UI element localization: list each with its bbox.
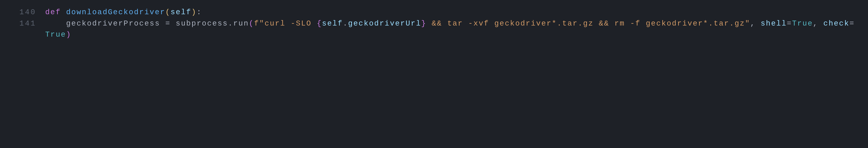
code-line: 141 geckodriverProcess = subprocess.run(… [0, 18, 868, 40]
fstring-brace-open: { [317, 20, 322, 28]
comma: , [750, 20, 761, 28]
colon: : [197, 8, 202, 17]
paren-open: ( [249, 20, 254, 28]
operator-equals: = [787, 20, 792, 28]
dot: . [228, 20, 233, 28]
function-name: downloadGeckodriver [66, 8, 165, 17]
fstring-attr: geckodriverUrl [348, 20, 421, 28]
string-segment: && tar -xvf geckodriver*.tar.gz && rm -f… [427, 20, 745, 28]
method-run: run [233, 20, 249, 28]
variable: geckodriverProcess [66, 20, 160, 28]
code-content[interactable]: geckodriverProcess = subprocess.run(f"cu… [45, 18, 868, 40]
kwarg-check: check [824, 20, 850, 28]
code-content[interactable]: def downloadGeckodriver(self): [45, 7, 868, 18]
const-true: True [792, 20, 813, 28]
fstring-self: self [322, 20, 343, 28]
kwarg-shell: shell [761, 20, 787, 28]
code-editor: 140 def downloadGeckodriver(self): 141 g… [0, 7, 868, 40]
dot: . [343, 20, 348, 28]
operator-equals: = [849, 20, 855, 28]
code-line: 140 def downloadGeckodriver(self): [0, 7, 868, 18]
string-close: " [745, 20, 750, 28]
module-subprocess: subprocess [176, 20, 228, 28]
paren-close: ) [191, 8, 197, 17]
fstring-prefix: f [254, 20, 259, 28]
string-segment: curl -SLO [265, 20, 317, 28]
keyword-def: def [45, 8, 61, 17]
comma: , [813, 20, 823, 28]
line-number: 141 [0, 18, 45, 29]
line-number: 140 [0, 7, 45, 18]
fstring-brace-close: } [421, 20, 427, 28]
param-self: self [170, 8, 191, 17]
string-open: " [259, 20, 265, 28]
operator-equals: = [160, 20, 176, 28]
const-true: True [45, 30, 66, 39]
paren-close: ) [66, 30, 71, 39]
paren-open: ( [165, 8, 170, 17]
